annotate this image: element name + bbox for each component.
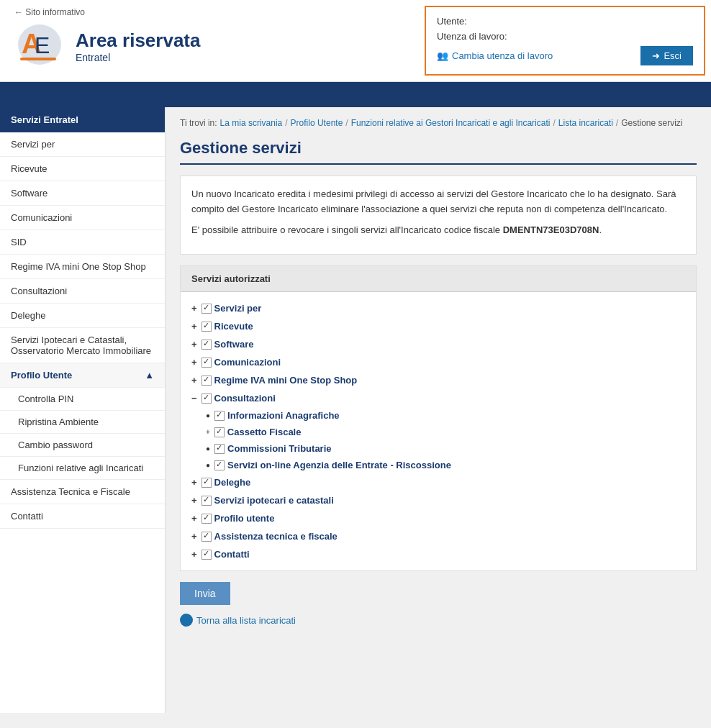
link-comunicazioni[interactable]: Comunicazioni [214, 357, 281, 368]
utenza-label: Utenza di lavoro: [437, 31, 693, 42]
sidebar-item-sid[interactable]: SID [0, 230, 165, 255]
cambia-label: Cambia utenza di lavoro [452, 50, 553, 61]
breadcrumb-sep-3: / [553, 118, 555, 128]
sidebar-item-contatti[interactable]: Contatti [0, 504, 165, 529]
toggle-consultazioni[interactable]: − [191, 393, 197, 404]
sidebar-item-servizi-per[interactable]: Servizi per [0, 132, 165, 157]
link-cassetto[interactable]: Cassetto Fiscale [227, 427, 302, 437]
sidebar-item-consultazioni[interactable]: Consultazioni [0, 279, 165, 304]
toggle-comunicazioni[interactable]: + [191, 357, 197, 368]
sidebar-sub-controlla-pin[interactable]: Controlla PIN [0, 388, 165, 411]
link-consultazioni[interactable]: Consultazioni [214, 393, 276, 404]
breadcrumb-lista[interactable]: Lista incaricati [558, 118, 613, 128]
breadcrumb-profilo[interactable]: Profilo Utente [291, 118, 343, 128]
checkbox-servizi-online[interactable] [214, 460, 225, 470]
checkbox-consultazioni[interactable] [201, 393, 212, 404]
esci-label: Esci [664, 50, 681, 61]
logo-area: A E Area riservata Entratel [14, 23, 404, 70]
toggle-ricevute[interactable]: + [191, 321, 197, 332]
sidebar-sub-funzioni-incaricati[interactable]: Funzioni relative agli Incaricati [0, 457, 165, 480]
link-servizi-per[interactable]: Servizi per [214, 303, 262, 314]
checkbox-contatti[interactable] [201, 550, 212, 560]
info-para2-prefix: E' possibile attribuire o revocare i sin… [191, 224, 503, 235]
info-para2: E' possibile attribuire o revocare i sin… [191, 223, 685, 238]
back-link[interactable]: ← Sito informativo [14, 7, 404, 17]
checkbox-commissioni[interactable] [214, 444, 225, 454]
toggle-contatti[interactable]: + [191, 549, 197, 560]
sidebar-sub-ripristina[interactable]: Ripristina Ambiente [0, 411, 165, 434]
header-left: ← Sito informativo A E Area riservata En… [0, 0, 419, 81]
checkbox-servizi-per[interactable] [201, 304, 212, 314]
checkbox-assistenza[interactable] [201, 532, 212, 542]
service-sub-info-anagrafiche: ● Informazioni Anagrafiche [191, 407, 685, 424]
sidebar-item-deleghe[interactable]: Deleghe [0, 304, 165, 328]
checkbox-regime-iva[interactable] [201, 376, 212, 386]
esci-button[interactable]: ➜ Esci [640, 46, 693, 65]
toggle-ipotecari[interactable]: + [191, 495, 197, 506]
sidebar-item-regime-iva[interactable]: Regime IVA mini One Stop Shop [0, 255, 165, 279]
sidebar-sub-cambio-password[interactable]: Cambio password [0, 434, 165, 457]
sidebar-item-servizi-ipotecari[interactable]: Servizi Ipotecari e Catastali, Osservato… [0, 328, 165, 363]
breadcrumb-funzioni[interactable]: Funzioni relative ai Gestori Incaricati … [351, 118, 551, 128]
invia-button[interactable]: Invia [180, 582, 230, 605]
breadcrumb-sep-4: / [616, 118, 618, 128]
link-software[interactable]: Software [214, 339, 254, 350]
blue-bar [0, 82, 711, 107]
checkbox-deleghe[interactable] [201, 478, 212, 488]
toggle-cassetto[interactable]: + [206, 428, 210, 436]
page-title: Gestione servizi [180, 139, 697, 165]
checkbox-software[interactable] [201, 340, 212, 350]
toggle-regime-iva[interactable]: + [191, 375, 197, 386]
sidebar-item-software[interactable]: Software [0, 181, 165, 206]
checkbox-comunicazioni[interactable] [201, 358, 212, 368]
link-contatti[interactable]: Contatti [214, 549, 250, 560]
sidebar-item-ricevute[interactable]: Ricevute [0, 157, 165, 181]
toggle-servizi-per[interactable]: + [191, 303, 197, 314]
app-subtitle: Entratel [76, 52, 200, 63]
torna-label: Torna alla lista incaricati [196, 615, 296, 626]
toggle-profilo[interactable]: + [191, 513, 197, 524]
users-icon: 👥 [437, 50, 448, 61]
header: ← Sito informativo A E Area riservata En… [0, 0, 711, 82]
sidebar-item-comunicazioni[interactable]: Comunicazioni [0, 206, 165, 230]
checkbox-info-anagrafiche[interactable] [214, 411, 225, 421]
link-regime-iva[interactable]: Regime IVA mini One Stop Shop [214, 375, 358, 386]
link-ricevute[interactable]: Ricevute [214, 321, 253, 332]
link-deleghe[interactable]: Deleghe [214, 477, 251, 488]
toggle-assistenza[interactable]: + [191, 531, 197, 542]
header-right: Utente: Utenza di lavoro: 👥 Cambia utenz… [425, 6, 705, 76]
info-para2-suffix: . [599, 224, 602, 235]
link-commissioni[interactable]: Commissioni Tributarie [227, 443, 331, 454]
bullet-commissioni: ● [206, 445, 210, 452]
service-row-assistenza: + Assistenza tecnica e fiscale [191, 527, 685, 545]
info-box: Un nuovo Incaricato eredita i medesimi p… [180, 176, 697, 255]
sidebar-item-assistenza[interactable]: Assistenza Tecnica e Fiscale [0, 480, 165, 504]
cambia-utenza-link[interactable]: 👥 Cambia utenza di lavoro [437, 50, 553, 61]
utente-label: Utente: [437, 16, 693, 27]
servizi-body: + Servizi per + Ricevute + Software [181, 292, 696, 570]
collapse-icon: ▲ [145, 370, 154, 381]
service-sub-commissioni: ● Commissioni Tributarie [191, 440, 685, 457]
breadcrumb-scrivania[interactable]: La mia scrivania [220, 118, 283, 128]
link-ipotecari[interactable]: Servizi ipotecari e catastali [214, 495, 334, 506]
torna-link[interactable]: Torna alla lista incaricati [180, 614, 697, 627]
service-row-regime-iva: + Regime IVA mini One Stop Shop [191, 371, 685, 389]
breadcrumb-sep-2: / [345, 118, 348, 128]
service-sub-cassetto: + Cassetto Fiscale [191, 424, 685, 440]
svg-rect-3 [20, 58, 56, 60]
link-profilo[interactable]: Profilo utente [214, 513, 275, 524]
app-main-title: Area riservata [76, 29, 200, 52]
header-actions: 👥 Cambia utenza di lavoro ➜ Esci [437, 46, 693, 65]
checkbox-ricevute[interactable] [201, 322, 212, 332]
checkbox-cassetto[interactable] [214, 427, 225, 437]
toggle-deleghe[interactable]: + [191, 477, 197, 488]
checkbox-profilo[interactable] [201, 514, 212, 524]
link-info-anagrafiche[interactable]: Informazioni Anagrafiche [227, 410, 340, 421]
toggle-software[interactable]: + [191, 339, 197, 350]
link-servizi-online[interactable]: Servizi on-line Agenzia delle Entrate - … [227, 460, 451, 470]
checkbox-ipotecari[interactable] [201, 496, 212, 506]
link-assistenza[interactable]: Assistenza tecnica e fiscale [214, 531, 338, 542]
exit-icon: ➜ [652, 50, 660, 61]
service-row-comunicazioni: + Comunicazioni [191, 353, 685, 371]
sidebar-section-profilo[interactable]: Profilo Utente ▲ [0, 363, 165, 388]
